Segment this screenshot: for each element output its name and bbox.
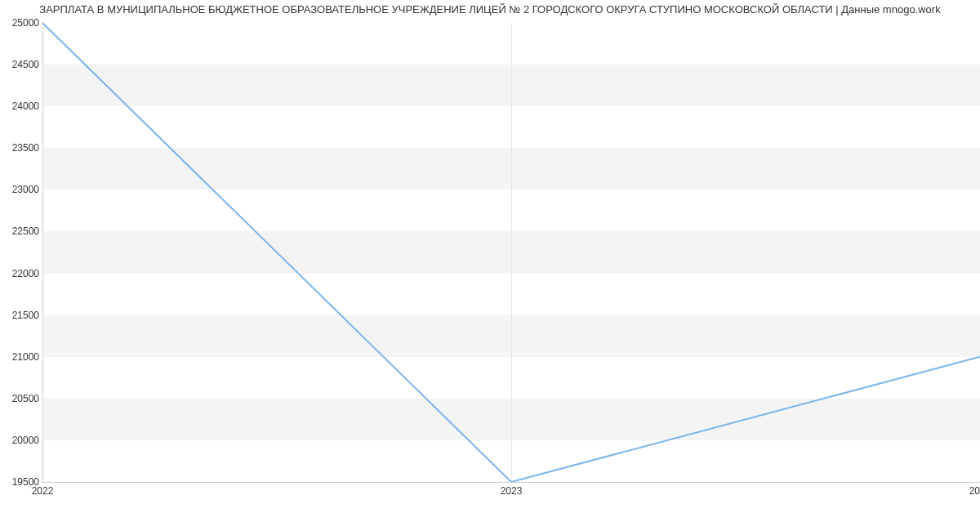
y-tick-label: 21500 [12,310,39,321]
line-series [42,23,980,482]
x-tick-label: 2023 [501,485,523,497]
y-tick-label: 25000 [12,17,39,29]
y-tick-label: 22000 [12,268,39,279]
y-tick-label: 21000 [12,351,39,363]
y-tick-label: 23000 [12,184,39,195]
x-tick-label: 2024 [969,485,980,497]
plot-area [42,23,980,482]
chart-title: ЗАРПЛАТА В МУНИЦИПАЛЬНОЕ БЮДЖЕТНОЕ ОБРАЗ… [39,3,940,16]
y-tick-label: 20000 [12,435,39,446]
y-tick-label: 22500 [12,225,39,237]
y-tick-label: 23500 [12,142,39,154]
y-tick-label: 24000 [12,100,39,112]
y-axis-line [42,23,43,482]
chart-container: ЗАРПЛАТА В МУНИЦИПАЛЬНОЕ БЮДЖЕТНОЕ ОБРАЗ… [0,0,980,531]
y-tick-label: 20500 [12,393,39,404]
y-tick-label: 24500 [12,59,39,70]
x-tick-label: 2022 [32,485,54,497]
x-axis-line [42,482,980,483]
